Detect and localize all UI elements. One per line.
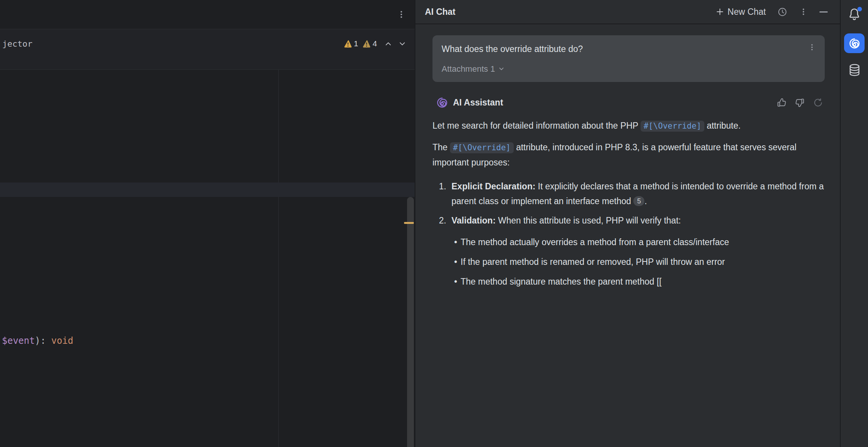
editor-pane: jector 1 4 bbox=[0, 0, 415, 447]
list-item-text: When this attribute is used, PHP will ve… bbox=[496, 216, 681, 225]
assistant-paragraph: The #[\Override] attribute, introduced i… bbox=[432, 140, 825, 170]
user-message-bubble: What does the override attribute do? Att… bbox=[432, 35, 825, 82]
attachments-toggle[interactable]: Attachments 1 bbox=[442, 61, 816, 76]
chat-conversation: What does the override attribute do? Att… bbox=[415, 24, 840, 289]
list-item: 2. Validation: When this attribute is us… bbox=[432, 213, 825, 228]
thumbs-up-icon[interactable] bbox=[776, 98, 787, 108]
ai-chat-panel: AI Chat New Chat bbox=[415, 0, 840, 447]
bullet-glyph: • bbox=[454, 255, 457, 269]
code-line[interactable]: $event): void bbox=[2, 335, 73, 346]
inline-code-chip: #[\Override] bbox=[641, 121, 704, 132]
bullet-list: • The method actually overrides a method… bbox=[432, 235, 825, 289]
paragraph-text: attribute. bbox=[704, 121, 741, 131]
assistant-actions bbox=[776, 98, 825, 108]
warning-icon[interactable] bbox=[344, 39, 352, 48]
list-number: 2. bbox=[439, 213, 446, 228]
attachments-label: Attachments 1 bbox=[442, 61, 495, 76]
chevron-down-icon bbox=[498, 66, 505, 72]
list-item-bold: Validation: bbox=[451, 216, 496, 225]
breadcrumb[interactable]: jector bbox=[2, 39, 32, 49]
assistant-name: AI Assistant bbox=[453, 95, 503, 110]
paragraph-text: The bbox=[432, 142, 450, 152]
list-item: • The method signature matches the paren… bbox=[432, 274, 825, 289]
list-item-text: If the parent method is renamed or remov… bbox=[461, 257, 725, 267]
right-tool-stripe bbox=[840, 0, 868, 447]
list-item-text: . bbox=[644, 196, 647, 206]
assistant-message-header: AI Assistant bbox=[432, 95, 825, 110]
panel-title: AI Chat bbox=[425, 7, 456, 17]
inline-code-chip: #[\Override] bbox=[450, 142, 514, 153]
warning-count[interactable]: 1 bbox=[354, 39, 358, 48]
editor-breadcrumb-bar: jector 1 4 bbox=[0, 29, 415, 70]
chat-header-actions: New Chat bbox=[716, 7, 828, 17]
ai-assistant-spiral-icon bbox=[436, 97, 448, 109]
current-line-highlight bbox=[0, 183, 415, 197]
code-punctuation: ): bbox=[35, 335, 51, 346]
next-problem-chevron-down-icon[interactable] bbox=[398, 40, 406, 48]
notifications-button[interactable] bbox=[847, 7, 861, 22]
list-item: • The method actually overrides a method… bbox=[432, 235, 825, 250]
weak-warning-count[interactable]: 4 bbox=[372, 39, 377, 48]
bullet-glyph: • bbox=[454, 235, 457, 250]
message-options-kebab-icon[interactable] bbox=[808, 43, 816, 52]
ide-window: jector 1 4 bbox=[0, 0, 868, 447]
assistant-paragraph: Let me search for detailed information a… bbox=[432, 118, 825, 134]
bullet-glyph: • bbox=[454, 274, 457, 289]
list-item-bold: Explicit Declaration: bbox=[451, 181, 535, 191]
notification-dot bbox=[857, 7, 862, 11]
database-tool-button[interactable] bbox=[847, 63, 862, 79]
list-number: 1. bbox=[439, 179, 446, 194]
code-variable: $event bbox=[2, 335, 35, 346]
database-icon bbox=[847, 63, 862, 77]
hide-panel-minimize-icon[interactable] bbox=[819, 11, 828, 13]
editor-scrollbar[interactable] bbox=[407, 197, 414, 447]
list-item: • If the parent method is renamed or rem… bbox=[432, 255, 825, 269]
previous-problem-chevron-up-icon[interactable] bbox=[384, 40, 392, 48]
editor-tab-bar bbox=[0, 0, 415, 29]
chat-options-kebab-icon[interactable] bbox=[799, 7, 808, 16]
warning-stripe-mark[interactable] bbox=[404, 222, 414, 224]
ai-assistant-icon bbox=[849, 38, 860, 49]
chat-header: AI Chat New Chat bbox=[415, 0, 840, 24]
regenerate-icon[interactable] bbox=[813, 98, 823, 108]
ai-assistant-tool-button[interactable] bbox=[844, 33, 865, 53]
editor-surface[interactable]: $event): void bbox=[0, 70, 415, 447]
list-item-text: The method signature matches the parent … bbox=[461, 277, 661, 286]
numbered-list: 1. Explicit Declaration: It explicitly d… bbox=[432, 179, 825, 228]
list-item-text: The method actually overrides a method f… bbox=[461, 237, 729, 247]
list-item: 1. Explicit Declaration: It explicitly d… bbox=[432, 179, 825, 209]
plus-icon bbox=[716, 8, 724, 16]
inspection-widget: 1 4 bbox=[344, 39, 406, 48]
new-chat-button[interactable]: New Chat bbox=[716, 7, 766, 17]
paragraph-text: Let me search for detailed information a… bbox=[432, 121, 641, 131]
citation-badge[interactable]: 5 bbox=[633, 196, 644, 206]
user-message-text: What does the override attribute do? bbox=[442, 42, 583, 57]
right-margin-guide bbox=[278, 70, 279, 447]
code-keyword: void bbox=[51, 335, 73, 346]
weak-warning-icon[interactable] bbox=[362, 39, 371, 48]
tab-options-kebab-icon[interactable] bbox=[397, 10, 406, 19]
thumbs-down-icon[interactable] bbox=[795, 98, 805, 108]
new-chat-label: New Chat bbox=[728, 7, 766, 17]
chat-history-clock-icon[interactable] bbox=[777, 7, 788, 17]
